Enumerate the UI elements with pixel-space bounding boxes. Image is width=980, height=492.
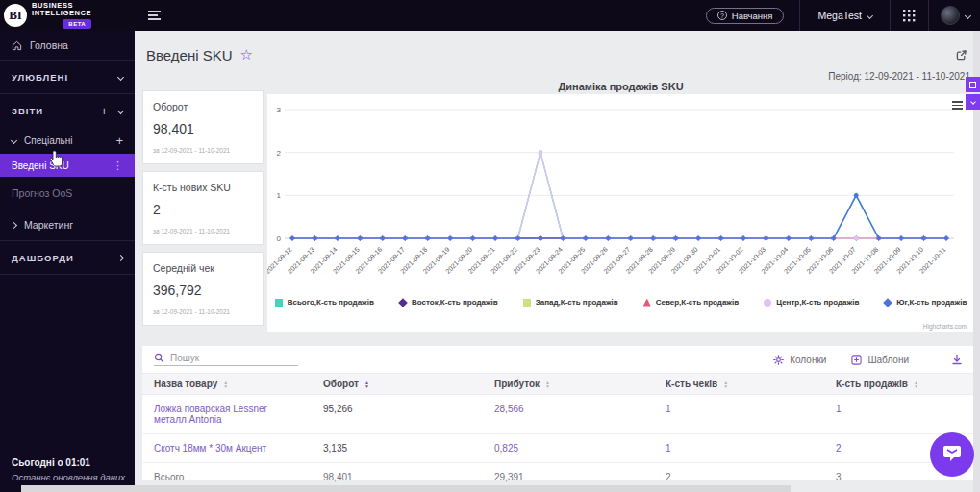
sidebar-section-dashboards[interactable]: ДАШБОРДИ <box>0 241 135 274</box>
legend-label: Восток,К-сть продажів <box>412 298 498 307</box>
chevron-down-icon <box>117 107 124 113</box>
product-name-link[interactable]: Ложка поварская Lessner металл Antonia <box>142 395 312 433</box>
header-label: К-сть чеків <box>666 379 717 389</box>
search-box[interactable] <box>154 353 298 366</box>
chart-grid-button[interactable] <box>966 77 980 92</box>
sort-icon[interactable]: ▲▼ <box>914 381 918 388</box>
table-row[interactable]: Ложка поварская Lessner металл Antonia 9… <box>142 395 974 434</box>
sidebar-section-favorites[interactable]: УЛЮБЛЕНІ <box>0 61 135 93</box>
header-prybutok[interactable]: Прибуток ▲▼ <box>483 374 654 394</box>
legend-marker-icon <box>523 299 531 307</box>
download-button[interactable] <box>951 354 963 365</box>
search-input[interactable] <box>170 353 286 363</box>
bi-logo-icon: BI <box>4 4 27 27</box>
marketing-label: Маркетинг <box>24 219 73 231</box>
legend-item[interactable]: Восток,К-сть продажів <box>399 298 498 307</box>
add-report-icon[interactable]: + <box>100 104 109 118</box>
waffle-icon <box>903 10 916 22</box>
divider <box>0 274 135 275</box>
sort-icon[interactable]: ▲▼ <box>545 381 550 388</box>
kpi-value: 2 <box>153 202 253 217</box>
chart-plot-area[interactable]: 01232021-09-122021-09-132021-09-142021-0… <box>267 94 974 294</box>
legend-item[interactable]: Запад,К-сть продажів <box>523 298 618 307</box>
chart-context-menu-icon[interactable] <box>952 101 963 110</box>
table-row[interactable]: Скотч 18мм * 30м Акцент 3,135 0,825 1 2 <box>142 434 974 463</box>
brand-line2: INTELLIGENCE <box>32 10 91 17</box>
sort-icon[interactable]: ▲▼ <box>723 381 728 388</box>
kpi-value: 396,792 <box>153 283 253 298</box>
header-kst-chekiv[interactable]: К-сть чеків ▲▼ <box>654 374 824 394</box>
template-icon <box>851 355 862 365</box>
add-special-icon[interactable]: + <box>115 134 123 148</box>
columns-label: Колонки <box>790 355 826 365</box>
svg-text:2: 2 <box>277 149 282 158</box>
sidebar-home-label: Головна <box>30 39 68 51</box>
beta-badge: BETA <box>63 19 91 29</box>
legend-item[interactable]: Север,К-сть продажів <box>643 298 740 307</box>
workspace-name: MegaTest <box>817 10 862 21</box>
kpi-card-oborot[interactable]: Оборот 98,401 за 12-09-2021 - 11-10-2021 <box>142 90 264 164</box>
table-toolbar-right: Колонки Шаблони <box>773 354 963 365</box>
legend-label: Центр,К-сть продажів <box>776 298 859 307</box>
chart-legend: Всього,К-сть продажівВосток,К-сть продаж… <box>267 298 974 307</box>
chevron-down-icon <box>117 73 124 80</box>
last-update-time: Сьогодні о 01:01 <box>12 457 125 468</box>
chat-button[interactable] <box>930 432 974 477</box>
cell-prybutok: 28,566 <box>483 395 654 433</box>
sidebar-item-home[interactable]: Головна <box>0 31 135 60</box>
columns-button[interactable]: Колонки <box>773 355 826 365</box>
highcharts-credit[interactable]: Highcharts.com <box>923 323 967 330</box>
cell-oborot: 95,266 <box>312 395 483 433</box>
apps-grid-button[interactable] <box>891 10 928 22</box>
series-line <box>292 195 946 238</box>
chevron-down-icon <box>965 12 971 18</box>
gear-icon <box>773 355 784 365</box>
product-name-link[interactable]: Скотч 18мм * 30м Акцент <box>142 434 312 462</box>
table-toolbar: Колонки Шаблони <box>142 346 974 373</box>
header-oborot[interactable]: Оборот ▲▼ <box>312 374 483 394</box>
cell-cheky: 1 <box>654 395 824 433</box>
legend-item[interactable]: Центр,К-сть продажів <box>764 298 859 307</box>
share-link-icon[interactable] <box>956 48 968 61</box>
kpi-card-new-sku[interactable]: К-сть нових SKU 2 за 12-09-2021 - 11-10-… <box>142 171 264 245</box>
chat-icon <box>942 445 963 464</box>
training-button[interactable]: ? Навчання <box>706 8 785 24</box>
header-nazva-tovaru[interactable]: Назва товару ▲▼ <box>142 374 312 394</box>
sidebar-item-marketing[interactable]: Маркетинг <box>0 209 135 240</box>
legend-item[interactable]: Юг,К-сть продажів <box>884 298 967 307</box>
topbar-right: ? Навчання MegaTest <box>706 0 980 31</box>
brand-logo[interactable]: BI BUSINESS INTELLIGENCE BETA <box>0 0 135 31</box>
workspace-dropdown[interactable]: MegaTest <box>800 10 890 21</box>
page-title-text: Введені SKU <box>146 47 233 63</box>
sidebar-toggle-icon[interactable] <box>148 11 161 20</box>
chevron-right-icon <box>117 254 124 260</box>
chevron-right-icon <box>11 221 17 228</box>
main-content: Введені SKU ☆ Період: 12-09-2021 - 11-10… <box>135 31 980 492</box>
sort-icon[interactable]: ▲▼ <box>223 381 228 388</box>
legend-item[interactable]: Всього,К-сть продажів <box>275 298 374 307</box>
kpi-card-avg-check[interactable]: Середній чек 396,792 за 12-09-2021 - 11-… <box>142 252 264 326</box>
sidebar-item-prognoz-oos[interactable]: Прогноз OoS <box>0 177 135 209</box>
header-kst-prodazhiv[interactable]: К-сть продажів ▲▼ <box>824 374 974 394</box>
table-header-row: Назва товару ▲▼ Оборот ▲▼ Прибуток ▲▼ К-… <box>142 373 974 395</box>
sidebar: Головна УЛЮБЛЕНІ ЗВІТИ + Спеціальні + Вв… <box>0 31 135 492</box>
oos-label: Прогноз OoS <box>12 187 72 199</box>
cell-prybutok: 0,825 <box>483 434 654 462</box>
sidebar-group-special[interactable]: Спеціальні + <box>0 127 135 154</box>
favorite-star-icon[interactable]: ☆ <box>240 46 253 63</box>
kebab-menu-icon[interactable]: ⋮ <box>113 160 123 172</box>
legend-label: Север,К-сть продажів <box>656 298 740 307</box>
header-label: К-сть продажів <box>836 379 908 389</box>
templates-button[interactable]: Шаблони <box>851 355 909 365</box>
top-bar: BI BUSINESS INTELLIGENCE BETA ? Навчання… <box>0 0 980 31</box>
sidebar-item-vvedeni-sku[interactable]: Введені SKU ⋮ <box>0 154 135 177</box>
data-point <box>854 236 858 240</box>
user-menu[interactable] <box>929 6 980 25</box>
sidebar-section-reports[interactable]: ЗВІТИ + <box>0 94 135 127</box>
sort-icon[interactable]: ▲▼ <box>364 381 369 388</box>
cell-oborot: 3,135 <box>312 434 483 462</box>
collapse-button[interactable] <box>966 94 980 110</box>
kpi-column: Оборот 98,401 за 12-09-2021 - 11-10-2021… <box>142 90 264 326</box>
kpi-label: К-сть нових SKU <box>153 182 253 193</box>
question-icon: ? <box>717 11 727 20</box>
